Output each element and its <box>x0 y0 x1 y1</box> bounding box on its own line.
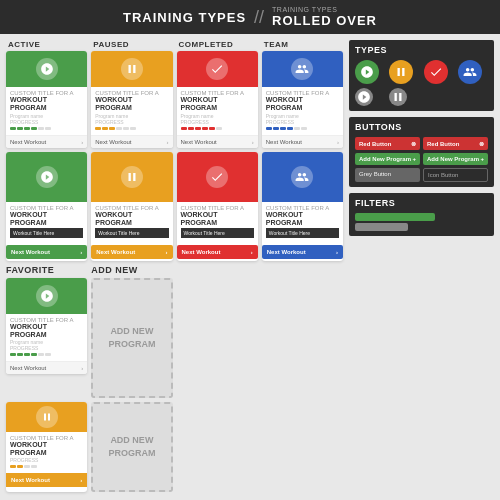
add-new-text-2: ADD NEWPROGRAM <box>108 434 155 459</box>
card-paused-dots <box>95 127 168 130</box>
next-arrow-icon: › <box>81 139 83 145</box>
grey-button-1[interactable]: Grey Button <box>355 168 420 182</box>
rolled-paused-title: WORKOUT PROGRAM <box>95 211 168 228</box>
rolled-completed-sublabel: CUSTOM TITLE FOR A <box>181 205 254 211</box>
rolled-next-label-p: Next Workout <box>96 249 135 255</box>
rolled-team-next-btn[interactable]: Next Workout › <box>262 245 343 259</box>
rolled-active-next-btn[interactable]: Next Workout › <box>6 245 87 259</box>
card-team-1: CUSTOM TITLE FOR A WORKOUT PROGRAM Progr… <box>262 51 343 148</box>
cards-row-1: CUSTOM TITLE FOR A WORKOUT PROGRAM Progr… <box>6 51 343 148</box>
fav-card-2-next-btn[interactable]: Next Workout › <box>6 473 87 487</box>
header-right-group: TRAINING TYPES ROLLED OVER <box>272 6 377 28</box>
rolled-next-label-t: Next Workout <box>267 249 306 255</box>
type-paused-icon <box>389 60 413 84</box>
green-button-1[interactable]: Add New Program + <box>355 153 420 165</box>
next-workout-label-c: Next Workout <box>181 139 217 145</box>
column-headers: ACTIVE PAUSED COMPLETED TEAM <box>6 40 343 49</box>
fav-next-btn[interactable]: Next Workout › <box>6 361 87 374</box>
workout-title-bar-active: Workout Title Here <box>10 228 83 238</box>
cards-row-2: CUSTOM TITLE FOR A WORKOUT PROGRAM Worko… <box>6 152 343 261</box>
rolled-paused-header <box>91 152 172 202</box>
rolled-active-title: WORKOUT PROGRAM <box>10 211 83 228</box>
rolled-completed-body: CUSTOM TITLE FOR A WORKOUT PROGRAM Worko… <box>177 202 258 243</box>
add-new-card[interactable]: ADD NEW PROGRAM <box>91 278 172 398</box>
rolled-next-arrow-c: › <box>251 249 253 255</box>
fav-card-2-next-arrow: › <box>80 477 82 483</box>
card-active-dots <box>10 127 83 130</box>
rolled-team-icon <box>291 166 313 188</box>
next-arrow-icon-t: › <box>337 139 339 145</box>
fav-card-2-dots <box>10 465 83 468</box>
rolled-team-body: CUSTOM TITLE FOR A WORKOUT PROGRAM Worko… <box>262 202 343 243</box>
outline-button-1[interactable]: Icon Button <box>423 168 488 182</box>
fav-card-2-icon <box>36 406 58 428</box>
red-btn-1-label: Red Button <box>359 141 391 147</box>
card-paused-next-btn[interactable]: Next Workout › <box>91 135 172 148</box>
add-new-card-2[interactable]: ADD NEWPROGRAM <box>91 402 172 492</box>
favorite-title: FAVORITE <box>6 265 87 275</box>
filter-item-grey[interactable] <box>355 223 408 231</box>
rolled-paused-next-btn[interactable]: Next Workout › <box>91 245 172 259</box>
fav-card-2: CUSTOM TITLE FOR A WORKOUT PROGRAM PROGR… <box>6 402 87 492</box>
header-slash: // <box>254 7 264 28</box>
type-grey-1-icon <box>355 88 373 106</box>
rolled-completed-next-btn[interactable]: Next Workout › <box>177 245 258 259</box>
red-button-2[interactable]: Red Button ⊗ <box>423 137 488 150</box>
type-grey-2-icon <box>389 88 407 106</box>
fav-card-2-title: WORKOUT PROGRAM <box>10 441 83 458</box>
workout-title-bar-team: Workout Title Here <box>266 228 339 238</box>
rolled-next-arrow-p: › <box>166 249 168 255</box>
red-btn-2-icon: ⊗ <box>479 140 484 147</box>
card-team-header <box>262 51 343 87</box>
rolled-next-label-c: Next Workout <box>182 249 221 255</box>
green-button-2[interactable]: Add New Program + <box>423 153 488 165</box>
green-btn-1-icon: + <box>412 156 416 162</box>
rolled-next-arrow-t: › <box>336 249 338 255</box>
rolled-paused-icon <box>121 166 143 188</box>
card-completed-title: WORKOUT PROGRAM <box>181 96 254 113</box>
fav-next-label: Next Workout <box>10 365 46 371</box>
bottom-row-2: CUSTOM TITLE FOR A WORKOUT PROGRAM PROGR… <box>6 402 343 492</box>
rolled-completed-icon <box>206 166 228 188</box>
rolled-paused-body: CUSTOM TITLE FOR A WORKOUT PROGRAM Worko… <box>91 202 172 243</box>
card-completed-next-btn[interactable]: Next Workout › <box>177 135 258 148</box>
red-btn-1-icon: ⊗ <box>411 140 416 147</box>
next-workout-label-p: Next Workout <box>95 139 131 145</box>
rolled-next-arrow-a: › <box>80 249 82 255</box>
next-workout-label: Next Workout <box>10 139 46 145</box>
rolled-active-body: CUSTOM TITLE FOR A WORKOUT PROGRAM Worko… <box>6 202 87 243</box>
fav-progress-label: PROGRESS <box>10 345 83 351</box>
type-team-icon <box>458 60 482 84</box>
card-completed-progress-label: PROGRESS <box>181 119 254 125</box>
header-sub-label: TRAINING TYPES <box>272 6 337 13</box>
card-paused-title: WORKOUT PROGRAM <box>95 96 168 113</box>
types-icons-grid <box>355 60 488 106</box>
card-active-next-btn[interactable]: Next Workout › <box>6 135 87 148</box>
fav-dots <box>10 353 83 356</box>
type-completed-icon <box>424 60 448 84</box>
types-panel: TYPES <box>349 40 494 111</box>
rolled-card-active: CUSTOM TITLE FOR A WORKOUT PROGRAM Worko… <box>6 152 87 261</box>
add-new-card-2-placeholder: ADD NEWPROGRAM <box>91 402 172 492</box>
card-completed-1: CUSTOM TITLE FOR A WORKOUT PROGRAM Progr… <box>177 51 258 148</box>
card-active-progress-label: PROGRESS <box>10 119 83 125</box>
rolled-card-team: CUSTOM TITLE FOR A WORKOUT PROGRAM Worko… <box>262 152 343 261</box>
fav-card-2-body: CUSTOM TITLE FOR A WORKOUT PROGRAM PROGR… <box>6 432 87 474</box>
left-section: ACTIVE PAUSED COMPLETED TEAM CUSTOM TITL… <box>6 40 343 492</box>
col-header-paused: PAUSED <box>91 40 172 49</box>
rolled-card-completed: CUSTOM TITLE FOR A WORKOUT PROGRAM Worko… <box>177 152 258 261</box>
card-team-body: CUSTOM TITLE FOR A WORKOUT PROGRAM Progr… <box>262 87 343 135</box>
fav-card-2-header <box>6 402 87 432</box>
red-button-1[interactable]: Red Button ⊗ <box>355 137 420 150</box>
header-rolled-label: ROLLED OVER <box>272 13 377 28</box>
card-paused-header <box>91 51 172 87</box>
next-arrow-icon-p: › <box>167 139 169 145</box>
outline-btn-1-label: Icon Button <box>428 172 458 178</box>
fav-card-2-progress-label: PROGRESS <box>10 457 83 463</box>
right-section: TYPES <box>349 40 494 492</box>
card-active-header <box>6 51 87 87</box>
rolled-card-paused: CUSTOM TITLE FOR A WORKOUT PROGRAM Worko… <box>91 152 172 261</box>
fav-card-body: CUSTOM TITLE FOR A WORKOUT PROGRAM Progr… <box>6 314 87 362</box>
filter-item-green[interactable] <box>355 213 435 221</box>
card-team-next-btn[interactable]: Next Workout › <box>262 135 343 148</box>
